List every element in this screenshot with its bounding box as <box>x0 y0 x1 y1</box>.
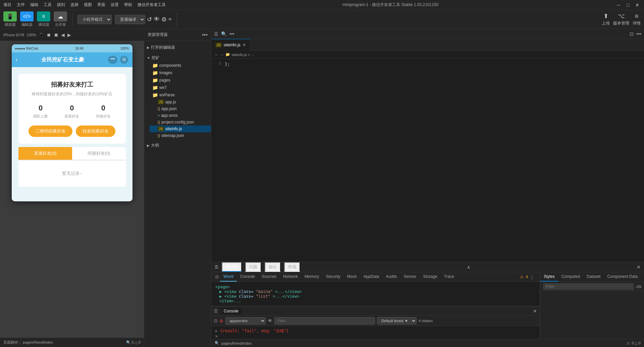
styles-tab[interactable]: Styles <box>540 272 558 282</box>
mock-tab[interactable]: Mock <box>344 272 360 282</box>
more-btn[interactable]: ••• <box>229 31 234 37</box>
service-select[interactable]: appservice <box>225 317 266 325</box>
menu-edit[interactable]: 编辑 <box>30 2 38 8</box>
detail-button[interactable]: ≡ 详情 <box>633 13 641 26</box>
sources-tab[interactable]: Sources <box>258 272 280 282</box>
images-folder[interactable]: 📁 images <box>150 69 211 77</box>
we7-folder[interactable]: 📁 we7 <box>150 84 211 91</box>
menu-tools[interactable]: 工具 <box>44 2 52 8</box>
component-data-tab[interactable]: Component Data <box>604 272 641 282</box>
minimize-button[interactable]: ─ <box>615 2 622 8</box>
console-eye-btn[interactable]: 👁 <box>268 318 272 324</box>
menu-help[interactable]: 帮助 <box>124 2 132 8</box>
styles-filter-input[interactable] <box>543 283 634 290</box>
share-btn[interactable]: 转发招募好友 <box>76 126 115 137</box>
sidebar-toggle-btn[interactable]: ☰ <box>214 31 218 37</box>
siteinfo-file[interactable]: JS siteinfo.js <box>150 126 211 132</box>
camera-button[interactable]: ⦿ <box>120 56 128 64</box>
menu-file[interactable]: 文件 <box>17 2 25 8</box>
audits-tab[interactable]: Audits <box>382 272 400 282</box>
sim-back-btn[interactable]: ◀ <box>61 32 65 38</box>
back-button[interactable]: ‹ <box>16 56 18 63</box>
menu-wechat-devtools[interactable]: 微信开发者工具 <box>138 2 166 8</box>
more-folder[interactable]: ▶ 大明 <box>144 142 211 149</box>
console-tab[interactable]: Console <box>237 272 258 282</box>
memory-tab[interactable]: Memory <box>301 272 322 282</box>
console-clear-btn[interactable]: ⊘ <box>219 318 223 324</box>
compile-button[interactable]: ↺ <box>147 16 152 23</box>
clearcache-button[interactable]: ≈ <box>168 16 172 23</box>
menu-view[interactable]: 视图 <box>84 2 92 8</box>
pages-folder[interactable]: 📁 pages <box>150 77 211 84</box>
simulator-tool[interactable]: 📱 模拟器 <box>3 11 17 27</box>
menu-goto[interactable]: 跳到 <box>57 2 65 8</box>
sim-forward-btn[interactable]: ▶ <box>67 32 71 38</box>
json-icon-3: {} <box>158 134 160 138</box>
search-btn[interactable]: 🔍 <box>221 31 227 37</box>
storage-tab[interactable]: Storage <box>420 272 441 282</box>
issues-tab[interactable]: 问题 <box>245 262 261 272</box>
sim-rotate-btn[interactable]: ⏺ <box>46 32 51 38</box>
debug-close-btn[interactable]: ✕ <box>637 264 641 270</box>
upload-button[interactable]: ⬆ 上传 <box>602 12 610 26</box>
sitemap-file[interactable]: {} sitemap.json <box>150 132 211 139</box>
tab-direct-friends[interactable]: 直接好友(0) <box>18 147 72 160</box>
cloud-tool[interactable]: ☁ 云开发 <box>54 11 67 27</box>
menu-settings[interactable]: 设置 <box>111 2 119 8</box>
mode-select[interactable]: 小程序模式 <box>77 15 112 24</box>
compile-select[interactable]: 普通编译 <box>115 15 145 24</box>
editor-more-btn[interactable]: ••• <box>636 31 641 37</box>
realdebug-button[interactable]: ⚙ <box>161 16 167 23</box>
expand-arrow[interactable]: ▶ <box>215 329 218 333</box>
dataset-tab[interactable]: Dataset <box>583 272 604 282</box>
debug-up-btn[interactable]: ∧ <box>467 264 470 270</box>
sim-stop-btn[interactable]: ⏹ <box>54 32 58 38</box>
appdata-tab[interactable]: AppData <box>360 272 382 282</box>
projectconfig-file[interactable]: {} project.config.json <box>150 119 211 126</box>
split-editor-btn[interactable]: ⊡ <box>630 31 634 37</box>
debugger-tool[interactable]: ≡ 调试器 <box>37 11 50 27</box>
project-folder[interactable]: ▼ 挖矿 <box>144 54 211 62</box>
appjson-file[interactable]: {} app.json <box>150 105 211 112</box>
wxparse-folder[interactable]: 📁 wxParse <box>150 91 211 99</box>
preview-button[interactable]: 👁 <box>154 16 160 23</box>
appjs-file[interactable]: JS app.js <box>150 99 211 105</box>
terminal-tab[interactable]: 终端 <box>284 262 300 272</box>
main-layout: iPhone 6/7/8 100% 📱 ⏺ ⏹ ◀ ▶ ●●●●● WeChat… <box>0 29 644 347</box>
console-close-btn[interactable]: ✕ <box>533 308 537 314</box>
breadcrumb-back-btn[interactable]: ← <box>215 52 219 57</box>
siteinfo-tab[interactable]: JS siteinfo.js ✕ <box>211 39 250 51</box>
debugger-tab[interactable]: 调试器 <box>222 262 242 272</box>
wxml-device-btn[interactable]: ⊡ <box>214 272 220 282</box>
more-button[interactable]: ••• <box>108 56 118 64</box>
security-tab[interactable]: Security <box>322 272 343 282</box>
version-button[interactable]: ⌥ 版本管理 <box>613 12 629 26</box>
menu-select[interactable]: 选择 <box>70 2 78 8</box>
console-icon-btn[interactable]: ☰ <box>214 309 218 313</box>
panel-more-btn[interactable]: ⋮ <box>530 275 534 280</box>
network-tab[interactable]: Network <box>280 272 301 282</box>
file-tree-more-btn[interactable]: ••• <box>202 32 208 38</box>
editor-tool[interactable]: </> 编辑器 <box>20 11 34 27</box>
console-filter-input[interactable] <box>274 317 375 325</box>
close-button[interactable]: ✕ <box>634 2 641 8</box>
menu-interface[interactable]: 界面 <box>97 2 105 8</box>
sensor-tab[interactable]: Sensor <box>400 272 420 282</box>
output-tab[interactable]: 输出 <box>265 262 281 272</box>
console-device-btn[interactable]: ⊡ <box>214 318 217 323</box>
level-select[interactable]: Default levels ▼ <box>377 317 417 325</box>
appwxss-file[interactable]: ≈ app.wxss <box>150 112 211 119</box>
open-editors-folder[interactable]: ▶ 打开的编辑器 <box>144 44 211 51</box>
tab-close-btn[interactable]: ✕ <box>243 43 246 47</box>
editor-code-content[interactable]: 9 }; <box>211 59 644 262</box>
maximize-button[interactable]: □ <box>625 2 631 8</box>
styles-panel: Styles Computed Dataset Component Data .… <box>540 272 644 346</box>
trace-tab[interactable]: Trace <box>441 272 458 282</box>
wxml-tab[interactable]: Wxml <box>220 272 237 282</box>
tab-indirect-friends[interactable]: 间接好友(0) <box>72 147 126 160</box>
breadcrumb-forward-btn[interactable]: → <box>220 52 224 57</box>
menu-project[interactable]: 项目 <box>3 2 11 8</box>
components-folder[interactable]: 📁 components <box>150 62 211 69</box>
qr-btn[interactable]: 二维码招募好友 <box>29 126 72 137</box>
computed-tab[interactable]: Computed <box>558 272 583 282</box>
